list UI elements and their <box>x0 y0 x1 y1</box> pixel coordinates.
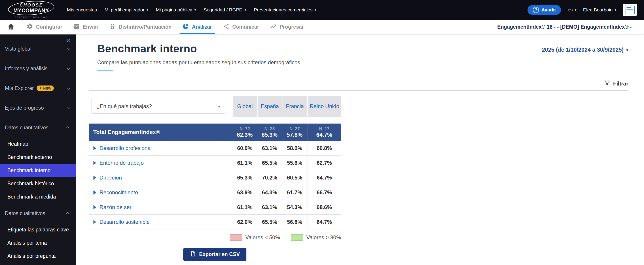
row-label: Dirección <box>100 175 122 181</box>
total-cell: N=1764.7% <box>307 124 341 141</box>
filter-button[interactable]: Filtrar <box>604 80 628 88</box>
chevron-down-icon: ▾ <box>245 8 246 12</box>
respondent-count: N=27 <box>290 126 300 131</box>
export-label: Exportar en CSV <box>199 251 240 257</box>
sidebar-item-heatmap[interactable]: Heatmap <box>0 137 76 151</box>
sidebar-item-analisis-por-tema[interactable]: Análisis por tema <box>0 236 76 249</box>
share-icon <box>223 23 230 31</box>
sidebar-section-vista-global[interactable]: Vista global <box>0 39 76 59</box>
user-menu[interactable]: Elea Bourboin ▾ <box>583 7 616 13</box>
row-label: Desarrollo sostenible <box>100 219 150 225</box>
tab-comunicar[interactable]: Comunicar <box>217 20 264 34</box>
sidebar-item-benchmark-historico[interactable]: Benchmark histórico <box>0 177 76 190</box>
tab-distintivo-puntuacion[interactable]: Distintivo/Puntuación <box>104 20 177 34</box>
score-cell: 56.8% <box>282 215 307 229</box>
export-row: Exportar en CSV <box>89 248 341 261</box>
chevron-down-icon: ▾ <box>194 8 196 12</box>
chevron-down-icon <box>67 86 70 90</box>
topnav-item-mis-encuestas[interactable]: Mis encuestas <box>63 0 100 20</box>
table-row: Dirección65.3%70.2%60.5%64.7% <box>89 170 341 185</box>
language-selector[interactable]: es ▾ <box>568 7 576 13</box>
help-button[interactable]: ? Ayuda <box>528 5 561 15</box>
chevron-down-icon <box>67 66 70 70</box>
chevron-down-icon: ▾ <box>218 104 220 109</box>
filter-label: Filtrar <box>613 81 628 87</box>
export-csv-button[interactable]: Exportar en CSV <box>183 248 247 261</box>
topnav-item-label: Seguridad / RGPD <box>204 7 242 13</box>
chevron-up-icon <box>66 212 70 215</box>
row-expand-entorno-de-trabajo[interactable]: Entorno de trabajo <box>89 156 232 170</box>
score-cell: 60.5% <box>282 170 307 185</box>
topbar: CHOOSE MYCOMPANY CERTIFIED REVIEWS Mis e… <box>0 0 644 20</box>
row-expand-desarrollo-profesional[interactable]: Desarrollo profesional <box>89 141 232 155</box>
period-selector[interactable]: 2025 (de 1/10/2024 a 30/9/2025) ▾ <box>542 47 628 53</box>
language-label: es <box>568 7 573 13</box>
row-label: Desarrollo profesional <box>100 145 152 151</box>
sidebar-collapse-icon[interactable]: « <box>66 36 71 44</box>
sidebar-section-mia-explorer[interactable]: Mia Explorer✦NEW <box>0 78 76 98</box>
sidebar-item-riesgos-psicosociales[interactable]: Riesgos psicosociales <box>0 263 76 265</box>
app: CHOOSE MYCOMPANY CERTIFIED REVIEWS Mis e… <box>0 0 644 265</box>
envelope-icon <box>73 23 80 31</box>
topnav-item-mi-perfil-empleador[interactable]: Mi perfil empleador▾ <box>101 0 152 20</box>
line-chart-icon <box>270 23 276 31</box>
sidebar-item-etiqueta-las-palabras-clave[interactable]: Etiqueta las palabras clave <box>0 223 76 236</box>
row-expand-reconocimiento[interactable]: Reconocimiento <box>89 185 232 200</box>
sidebar-section-informes-y-analisis[interactable]: Informes y análisis <box>0 59 76 78</box>
tab-configurar[interactable]: Configurar <box>21 20 68 34</box>
sidebar: « Vista globalInformes y análisisMia Exp… <box>0 35 76 265</box>
score-cell: 65.3% <box>232 170 257 185</box>
row-expand-direccion[interactable]: Dirección <box>89 170 232 185</box>
tab-enviar[interactable]: Enviar <box>68 20 104 34</box>
sidebar-section-label: Ejes de progreso <box>5 105 44 111</box>
logo-tagline: CERTIFIED REVIEWS <box>15 16 48 18</box>
new-badge-label: NEW <box>43 86 52 90</box>
chevron-down-icon: ▾ <box>575 8 576 12</box>
score-cell: 58.0% <box>282 141 307 155</box>
funnel-icon <box>604 80 610 88</box>
topnav-item-seguridad-rgpd[interactable]: Seguridad / RGPD▾ <box>200 0 250 20</box>
caret-right-icon <box>94 190 96 194</box>
user-name: Elea Bourboin <box>583 7 613 13</box>
column-header-reino-unido: Reino Unido <box>308 96 341 117</box>
row-expand-desarrollo-sostenible[interactable]: Desarrollo sostenible <box>89 215 232 229</box>
table-zone: ¿En qué país trabajas? ▾ GlobalEspañaFra… <box>89 96 341 261</box>
sparkle-icon: ✦ <box>39 86 42 90</box>
sidebar-item-analisis-por-pregunta[interactable]: Análisis por pregunta <box>0 249 76 263</box>
tab-analizar[interactable]: Analizar <box>177 20 217 34</box>
score-cell: 70.2% <box>257 170 282 185</box>
table-body: Desarrollo profesional60.6%63.1%58.0%60.… <box>89 141 341 229</box>
sidebar-section-ejes-de-progreso[interactable]: Ejes de progreso <box>0 98 76 118</box>
row-expand-razon-de-ser[interactable]: Razón de ser <box>89 200 232 214</box>
country-question-select[interactable]: ¿En qué país trabajas? ▾ <box>91 99 226 114</box>
sidebar-item-benchmark-interno[interactable]: Benchmark interno <box>0 164 76 177</box>
sidebar-section-datos-cuantitativos[interactable]: Datos cuantitativos <box>0 118 76 137</box>
column-header-global: Global <box>233 96 257 117</box>
sidebar-item-benchmark-externo[interactable]: Benchmark externo <box>0 151 76 164</box>
sidebar-section-label: Informes y análisis <box>5 66 48 72</box>
home-button[interactable] <box>0 23 21 31</box>
company-avatar[interactable] <box>623 4 637 16</box>
topnav-item-mi-pagina-publica[interactable]: Mi página pública▾ <box>152 0 200 20</box>
row-label: Razón de ser <box>100 204 132 210</box>
company-logo[interactable]: CHOOSE MYCOMPANY CERTIFIED REVIEWS <box>0 1 60 18</box>
topnav-item-presentaciones-comerciales[interactable]: Presentaciones comerciales▾ <box>250 0 320 20</box>
gear-icon <box>26 23 33 31</box>
caret-right-icon <box>94 205 96 209</box>
toolbar: ConfigurarEnviarDistintivo/PuntuaciónAna… <box>0 20 644 35</box>
sidebar-section-label: Mia Explorer <box>5 85 34 91</box>
total-score: 65.3% <box>262 131 278 138</box>
row-label: Reconocimiento <box>100 189 138 196</box>
score-cell: 64.7% <box>307 170 341 185</box>
table-total-row: Total EngagementIndex® N=7262.3%N=2865.3… <box>89 124 341 141</box>
toolbar-tabs: ConfigurarEnviarDistintivo/PuntuaciónAna… <box>21 20 309 34</box>
sidebar-item-benchmark-a-medida[interactable]: Benchmark a medida <box>0 190 76 203</box>
sidebar-section-datos-cualitativos[interactable]: Datos cualitativos <box>0 203 76 223</box>
tab-progresar[interactable]: Progresar <box>264 20 309 34</box>
tab-label: Configurar <box>36 24 62 30</box>
sidebar-section-label: Datos cuantitativos <box>5 125 48 131</box>
chevron-down-icon: ▾ <box>614 8 616 12</box>
column-header-espana: España <box>258 96 282 117</box>
country-select-value: ¿En qué país trabajas? <box>96 103 152 109</box>
legend-item: Valores > 80% <box>291 234 341 241</box>
